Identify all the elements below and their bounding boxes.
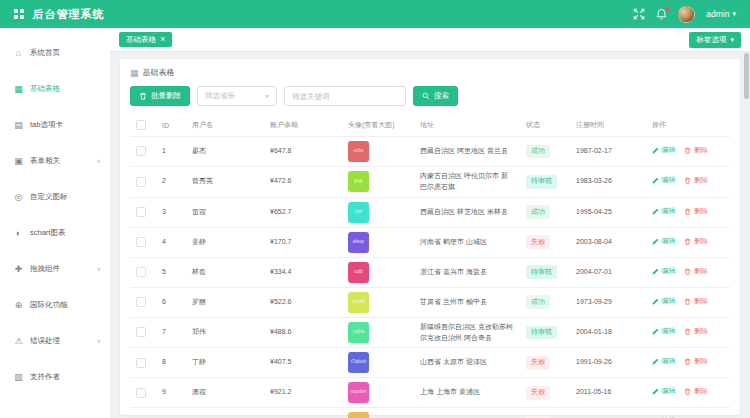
row-checkbox[interactable] (136, 327, 146, 337)
sidebar-item-donate[interactable]: ▥ 支持作者 (0, 359, 110, 395)
tab-basic-table[interactable]: 基础表格 × (119, 32, 172, 47)
close-icon[interactable]: × (160, 35, 165, 44)
avatar-thumbnail[interactable]: xsyzbh (348, 292, 369, 313)
edit-button[interactable]: 编辑 (652, 266, 676, 277)
tag-options-button[interactable]: 标签选项 ▾ (689, 32, 741, 48)
status-badge: 待审核 (526, 265, 557, 279)
edit-button[interactable]: 编辑 (652, 206, 676, 217)
avatar-thumbnail[interactable]: cqfb (348, 262, 369, 283)
avatar-thumbnail[interactable]: t7labwh (348, 352, 369, 373)
scrollbar[interactable] (744, 53, 749, 416)
delete-button[interactable]: 删除 (684, 145, 708, 156)
delete-button[interactable]: 删除 (684, 296, 708, 307)
sidebar-item-label: schart图表 (30, 228, 65, 238)
search-button[interactable]: 搜索 (413, 86, 458, 106)
cell-register-date: 2004-07-01 (570, 257, 646, 287)
sidebar-item-tabs[interactable]: ▤ tab选项卡 (0, 107, 110, 143)
cell-username: 郑伟 (186, 317, 264, 348)
avatar-text: cqfb (354, 269, 363, 276)
trash-icon (684, 388, 691, 395)
edit-button[interactable]: 编辑 (652, 145, 676, 156)
table-row: 3 雷霞 ¥652.7 ryzt 西藏自治区 林芝地区 米林县 成功 1995-… (130, 197, 730, 227)
avatar-thumbnail[interactable]: chgwfuw (348, 412, 369, 418)
row-checkbox[interactable] (136, 237, 146, 247)
chevron-down-icon: ▾ (732, 10, 736, 18)
sidebar-item-i18n[interactable]: ⊕ 国际化功能 (0, 287, 110, 323)
header-right: admin ▾ (633, 6, 736, 23)
delete-button[interactable]: 删除 (684, 175, 708, 186)
avatar-text: ecbs (354, 148, 364, 155)
row-checkbox[interactable] (136, 297, 146, 307)
avatar-text: xsyzbh (351, 299, 365, 306)
sidebar-item-drag[interactable]: ✚ 拖拽组件 ∨ (0, 251, 110, 287)
column-header: 用户名 (186, 114, 264, 137)
avatar-thumbnail[interactable]: afeep (348, 232, 369, 253)
notification-dot (665, 7, 669, 11)
delete-button[interactable]: 删除 (684, 266, 708, 277)
avatar-thumbnail[interactable]: gvgr (348, 171, 369, 192)
username: admin (706, 9, 729, 19)
pencil-icon (652, 358, 659, 365)
row-checkbox[interactable] (136, 358, 146, 368)
province-select[interactable]: 筛选省份 ▾ (197, 86, 277, 106)
province-select-placeholder: 筛选省份 (205, 91, 235, 101)
pencil-icon (652, 268, 659, 275)
table-header-row: ID用户名账户余额头像(查看大图)地址状态注册时间操作 (130, 114, 730, 137)
cell-id: 3 (156, 197, 186, 227)
row-checkbox[interactable] (136, 267, 146, 277)
user-avatar[interactable] (678, 6, 695, 23)
cell-id: 7 (156, 317, 186, 348)
status-badge: 失败 (526, 235, 550, 249)
cell-operations: 编辑 删除 (646, 317, 730, 348)
tab-label: 基础表格 (126, 35, 156, 45)
cell-operations: 编辑 删除 (646, 408, 730, 418)
delete-button[interactable]: 删除 (684, 356, 708, 367)
user-menu[interactable]: admin ▾ (706, 9, 736, 19)
row-checkbox[interactable] (136, 146, 146, 156)
row-checkbox[interactable] (136, 388, 146, 398)
delete-button[interactable]: 删除 (684, 206, 708, 217)
table-row: 10 姚芳 ¥828.9 chgwfuw 海南省 三沙市 西沙群岛 失败 198… (130, 408, 730, 418)
row-checkbox[interactable] (136, 207, 146, 217)
sidebar-item-label: 国际化功能 (30, 300, 68, 310)
app-title: 后台管理系统 (33, 7, 105, 22)
pencil-icon (652, 238, 659, 245)
chevron-down-icon: ▾ (730, 36, 734, 44)
row-checkbox[interactable] (136, 177, 146, 187)
edit-button[interactable]: 编辑 (652, 386, 676, 397)
avatar-thumbnail[interactable]: ryzt (348, 202, 369, 223)
keyword-input[interactable] (284, 86, 406, 106)
cell-id: 6 (156, 287, 186, 317)
table-card: ▦ 基础表格 批量删除 筛选省份 ▾ (120, 59, 740, 415)
trash-icon (684, 328, 691, 335)
sidebar-item-icon[interactable]: ◎ 自定义图标 (0, 179, 110, 215)
edit-button[interactable]: 编辑 (652, 326, 676, 337)
select-all-checkbox[interactable] (136, 120, 146, 130)
sidebar-item-table[interactable]: ▦ 基础表格 (0, 71, 110, 107)
batch-delete-button[interactable]: 批量删除 (130, 86, 190, 106)
delete-button[interactable]: 删除 (684, 326, 708, 337)
column-header: 操作 (646, 114, 730, 137)
cell-operations: 编辑 删除 (646, 378, 730, 408)
edit-button[interactable]: 编辑 (652, 175, 676, 186)
chevron-down-icon: ∨ (96, 158, 101, 164)
cell-username: 姜静 (186, 227, 264, 257)
cell-operations: 编辑 删除 (646, 167, 730, 198)
avatar-thumbnail[interactable]: ecbs (348, 141, 369, 162)
delete-button[interactable]: 删除 (684, 236, 708, 247)
avatar-thumbnail[interactable]: mqxdsn (348, 382, 369, 403)
scrollbar-thumb[interactable] (744, 53, 749, 99)
avatar-thumbnail[interactable]: cvjfns (348, 322, 369, 343)
fullscreen-icon[interactable] (633, 8, 645, 20)
cell-id: 8 (156, 348, 186, 378)
sidebar-item-charts[interactable]: ◐ schart图表 (0, 215, 110, 251)
edit-button[interactable]: 编辑 (652, 356, 676, 367)
chevron-down-icon: ▾ (265, 93, 269, 99)
edit-button[interactable]: 编辑 (652, 236, 676, 247)
bell-icon[interactable] (656, 8, 667, 20)
edit-button[interactable]: 编辑 (652, 296, 676, 307)
sidebar-item-error[interactable]: ⚠ 错误处理 ∨ (0, 323, 110, 359)
sidebar-item-home[interactable]: ⌂ 系统首页 (0, 35, 110, 71)
delete-button[interactable]: 删除 (684, 386, 708, 397)
sidebar-item-form[interactable]: ▣ 表单相关 ∨ (0, 143, 110, 179)
